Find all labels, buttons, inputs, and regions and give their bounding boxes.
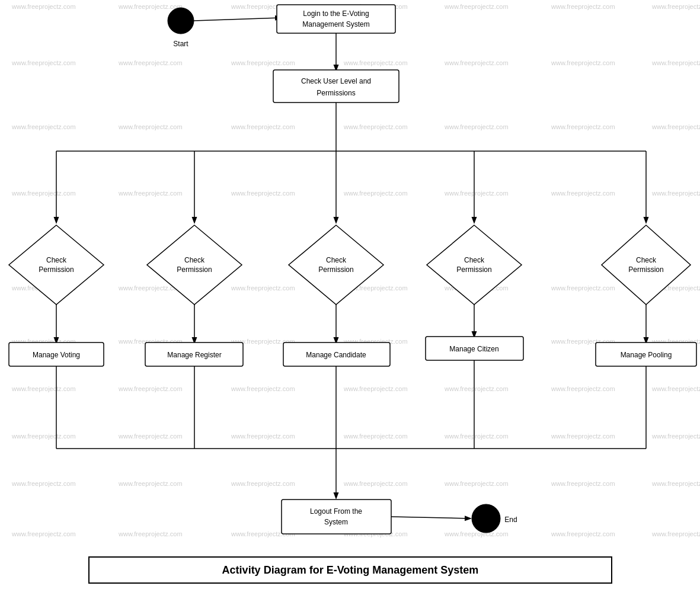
svg-text:www.freeprojectz.com: www.freeprojectz.com — [231, 284, 295, 292]
manage-register-text: Manage Register — [167, 351, 221, 359]
svg-text:www.freeprojectz.com: www.freeprojectz.com — [11, 385, 76, 392]
check-perm-2-diamond — [147, 225, 242, 305]
svg-text:www.freeprojectz.com: www.freeprojectz.com — [651, 385, 700, 392]
start-label: Start — [173, 40, 188, 48]
check-perm-1-text-2: Permission — [39, 265, 73, 274]
login-text-2: Management System — [302, 20, 369, 28]
svg-text:www.freeprojectz.com: www.freeprojectz.com — [444, 190, 509, 197]
svg-text:www.freeprojectz.com: www.freeprojectz.com — [651, 530, 700, 537]
logout-text-1: Logout From the — [310, 507, 362, 516]
svg-text:www.freeprojectz.com: www.freeprojectz.com — [551, 433, 615, 440]
svg-text:www.freeprojectz.com: www.freeprojectz.com — [651, 433, 700, 440]
svg-text:www.freeprojectz.com: www.freeprojectz.com — [444, 385, 509, 392]
svg-text:www.freeprojectz.com: www.freeprojectz.com — [11, 530, 76, 537]
check-perm-3-text-1: Check — [326, 256, 347, 264]
check-perm-4-text-2: Permission — [456, 265, 491, 274]
check-perm-2-text-1: Check — [184, 256, 205, 264]
svg-text:www.freeprojectz.com: www.freeprojectz.com — [343, 123, 408, 130]
svg-text:www.freeprojectz.com: www.freeprojectz.com — [343, 59, 408, 66]
check-perm-1-diamond — [9, 225, 104, 305]
svg-text:www.freeprojectz.com: www.freeprojectz.com — [231, 59, 295, 66]
svg-text:www.freeprojectz.com: www.freeprojectz.com — [118, 530, 183, 537]
svg-text:www.freeprojectz.com: www.freeprojectz.com — [551, 385, 615, 392]
logout-box — [282, 500, 391, 534]
svg-text:www.freeprojectz.com: www.freeprojectz.com — [551, 59, 615, 66]
check-perm-3-text-2: Permission — [318, 265, 353, 274]
svg-text:www.freeprojectz.com: www.freeprojectz.com — [231, 433, 295, 440]
svg-text:www.freeprojectz.com: www.freeprojectz.com — [11, 59, 76, 66]
svg-text:www.freeprojectz.com: www.freeprojectz.com — [343, 480, 408, 487]
manage-pooling-text: Manage Pooling — [621, 351, 672, 359]
svg-text:www.freeprojectz.com: www.freeprojectz.com — [551, 530, 615, 537]
manage-voting-text: Manage Voting — [33, 351, 80, 359]
svg-text:www.freeprojectz.com: www.freeprojectz.com — [651, 3, 700, 10]
check-perm-5-text-2: Permission — [628, 265, 663, 274]
svg-text:www.freeprojectz.com: www.freeprojectz.com — [651, 480, 700, 487]
check-user-level-text-1: Check User Level and — [301, 77, 371, 85]
svg-text:www.freeprojectz.com: www.freeprojectz.com — [651, 123, 700, 130]
logout-text-2: System — [324, 518, 348, 526]
manage-citizen-text: Manage Citizen — [449, 345, 498, 353]
svg-text:www.freeprojectz.com: www.freeprojectz.com — [118, 190, 183, 197]
svg-text:www.freeprojectz.com: www.freeprojectz.com — [11, 190, 76, 197]
svg-text:www.freeprojectz.com: www.freeprojectz.com — [444, 480, 509, 487]
svg-text:www.freeprojectz.com: www.freeprojectz.com — [651, 59, 700, 66]
svg-text:www.freeprojectz.com: www.freeprojectz.com — [343, 385, 408, 392]
check-user-level-box — [273, 70, 399, 103]
start-node — [168, 8, 194, 34]
svg-text:www.freeprojectz.com: www.freeprojectz.com — [651, 190, 700, 197]
check-user-level-text-2: Permissions — [317, 89, 355, 97]
svg-text:www.freeprojectz.com: www.freeprojectz.com — [343, 190, 408, 197]
svg-text:www.freeprojectz.com: www.freeprojectz.com — [444, 530, 509, 537]
svg-text:www.freeprojectz.com: www.freeprojectz.com — [11, 480, 76, 487]
svg-text:www.freeprojectz.com: www.freeprojectz.com — [444, 59, 509, 66]
end-node — [472, 504, 500, 533]
svg-text:www.freeprojectz.com: www.freeprojectz.com — [231, 385, 295, 392]
check-perm-5-diamond — [602, 225, 691, 305]
manage-candidate-text: Manage Candidate — [306, 351, 366, 359]
svg-text:www.freeprojectz.com: www.freeprojectz.com — [551, 190, 615, 197]
check-perm-5-text-1: Check — [636, 256, 657, 264]
svg-text:www.freeprojectz.com: www.freeprojectz.com — [551, 284, 615, 292]
svg-text:www.freeprojectz.com: www.freeprojectz.com — [231, 190, 295, 197]
svg-line-91 — [391, 517, 470, 518]
svg-text:www.freeprojectz.com: www.freeprojectz.com — [231, 480, 295, 487]
svg-text:www.freeprojectz.com: www.freeprojectz.com — [444, 433, 509, 440]
check-perm-2-text-2: Permission — [177, 265, 212, 274]
end-label: End — [504, 516, 517, 524]
svg-text:www.freeprojectz.com: www.freeprojectz.com — [118, 480, 183, 487]
svg-text:www.freeprojectz.com: www.freeprojectz.com — [343, 433, 408, 440]
check-perm-1-text-1: Check — [46, 256, 67, 264]
check-perm-4-diamond — [427, 225, 522, 305]
svg-text:www.freeprojectz.com: www.freeprojectz.com — [231, 123, 295, 130]
title-text: Activity Diagram for E-Voting Management… — [222, 564, 479, 576]
svg-text:www.freeprojectz.com: www.freeprojectz.com — [11, 123, 76, 130]
svg-text:www.freeprojectz.com: www.freeprojectz.com — [11, 3, 76, 10]
svg-text:www.freeprojectz.com: www.freeprojectz.com — [551, 123, 615, 130]
svg-text:www.freeprojectz.com: www.freeprojectz.com — [444, 123, 509, 130]
svg-text:www.freeprojectz.com: www.freeprojectz.com — [118, 385, 183, 392]
svg-text:www.freeprojectz.com: www.freeprojectz.com — [118, 123, 183, 130]
svg-text:www.freeprojectz.com: www.freeprojectz.com — [118, 59, 183, 66]
diagram-container: www.freeprojectz.com www.freeprojectz.co… — [0, 0, 700, 589]
check-perm-4-text-1: Check — [464, 256, 485, 264]
svg-text:www.freeprojectz.com: www.freeprojectz.com — [551, 480, 615, 487]
svg-text:www.freeprojectz.com: www.freeprojectz.com — [551, 3, 615, 10]
svg-text:www.freeprojectz.com: www.freeprojectz.com — [444, 3, 509, 10]
check-perm-3-diamond — [289, 225, 383, 305]
svg-text:www.freeprojectz.com: www.freeprojectz.com — [118, 3, 183, 10]
svg-text:www.freeprojectz.com: www.freeprojectz.com — [11, 433, 76, 440]
svg-text:www.freeprojectz.com: www.freeprojectz.com — [118, 433, 183, 440]
login-text-1: Login to the E-Voting — [303, 9, 369, 18]
svg-line-70 — [194, 18, 280, 21]
